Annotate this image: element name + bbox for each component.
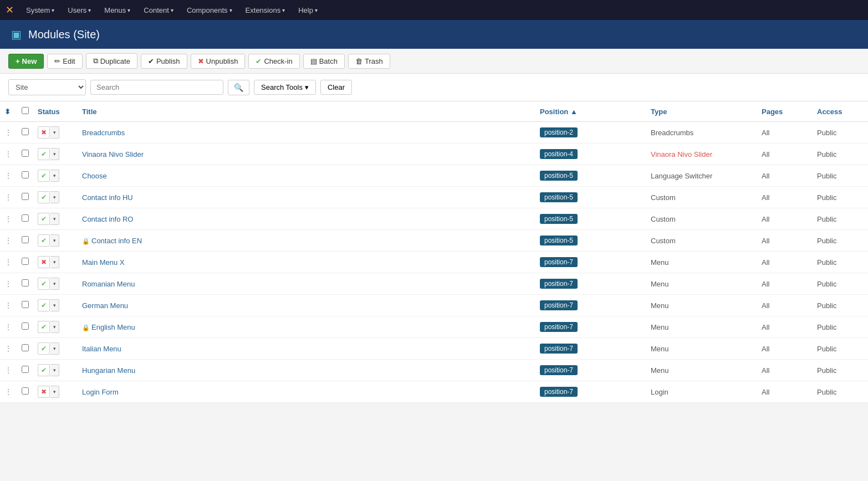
module-title-link[interactable]: English Menu xyxy=(91,323,135,331)
search-button[interactable]: 🔍 xyxy=(228,80,249,95)
status-published-icon[interactable]: ✔ xyxy=(38,191,50,203)
row-checkbox[interactable] xyxy=(22,258,29,265)
module-title-link[interactable]: Contact info HU xyxy=(82,193,133,202)
row-checkbox-cell[interactable] xyxy=(17,187,33,208)
status-unpublished-icon[interactable]: ✖ xyxy=(38,126,50,139)
batch-button[interactable]: ▤ Batch xyxy=(303,54,345,69)
status-published-icon[interactable]: ✔ xyxy=(38,342,50,355)
module-title-link[interactable]: Choose xyxy=(82,172,107,180)
row-checkbox[interactable] xyxy=(22,214,29,222)
nav-components[interactable]: Components ▾ xyxy=(181,3,238,18)
site-filter-select[interactable]: Site Administrator xyxy=(8,79,86,95)
status-published-icon[interactable]: ✔ xyxy=(38,148,50,160)
module-title-link[interactable]: Contact info RO xyxy=(82,215,134,223)
module-title-link[interactable]: Hungarian Menu xyxy=(82,366,135,375)
row-checkbox[interactable] xyxy=(22,323,29,330)
duplicate-button[interactable]: ⧉ Duplicate xyxy=(86,53,137,69)
status-unpublished-icon[interactable]: ✖ xyxy=(38,386,50,398)
col-position-header[interactable]: Position ▲ xyxy=(535,101,646,122)
nav-menus[interactable]: Menus ▾ xyxy=(99,3,136,18)
module-title-link[interactable]: Vinaora Nivo Slider xyxy=(82,150,144,158)
drag-handle-icon[interactable]: ⋮ xyxy=(4,171,12,180)
row-checkbox-cell[interactable] xyxy=(17,273,33,295)
status-dropdown-arrow[interactable]: ▾ xyxy=(50,126,59,139)
select-all-checkbox[interactable] xyxy=(22,107,29,114)
row-checkbox[interactable] xyxy=(22,193,29,200)
nav-users[interactable]: Users ▾ xyxy=(62,3,96,18)
status-dropdown-arrow[interactable]: ▾ xyxy=(50,256,59,268)
row-checkbox-cell[interactable] xyxy=(17,144,33,165)
row-checkbox[interactable] xyxy=(22,301,29,308)
drag-handle-icon[interactable]: ⋮ xyxy=(4,258,12,267)
status-dropdown-arrow[interactable]: ▾ xyxy=(50,213,59,225)
row-checkbox[interactable] xyxy=(22,387,29,395)
row-checkbox-cell[interactable] xyxy=(17,165,33,187)
status-published-icon[interactable]: ✔ xyxy=(38,321,50,333)
clear-button[interactable]: Clear xyxy=(320,80,352,95)
row-checkbox[interactable] xyxy=(22,344,29,351)
row-checkbox-cell[interactable] xyxy=(17,295,33,316)
drag-handle-icon[interactable]: ⋮ xyxy=(4,301,12,310)
module-title-link[interactable]: Breadcrumbs xyxy=(82,129,125,137)
drag-handle-icon[interactable]: ⋮ xyxy=(4,387,12,396)
drag-handle-icon[interactable]: ⋮ xyxy=(4,193,12,202)
status-dropdown-arrow[interactable]: ▾ xyxy=(50,191,59,203)
row-checkbox-cell[interactable] xyxy=(17,208,33,230)
status-dropdown-arrow[interactable]: ▾ xyxy=(50,299,59,311)
drag-handle-icon[interactable]: ⋮ xyxy=(4,344,12,353)
row-checkbox-cell[interactable] xyxy=(17,381,33,403)
module-title-link[interactable]: Romanian Menu xyxy=(82,280,135,288)
module-title-link[interactable]: Italian Menu xyxy=(82,345,121,353)
row-checkbox-cell[interactable] xyxy=(17,316,33,338)
module-title-link[interactable]: German Menu xyxy=(82,301,128,310)
drag-handle-icon[interactable]: ⋮ xyxy=(4,236,12,245)
checkin-button[interactable]: ✔ Check-in xyxy=(248,54,299,69)
status-dropdown-arrow[interactable]: ▾ xyxy=(50,148,59,160)
status-published-icon[interactable]: ✔ xyxy=(38,170,50,182)
drag-handle-icon[interactable]: ⋮ xyxy=(4,323,12,331)
status-published-icon[interactable]: ✔ xyxy=(38,234,50,247)
row-checkbox[interactable] xyxy=(22,128,29,135)
unpublish-button[interactable]: ✖ Unpublish xyxy=(191,54,246,69)
nav-system[interactable]: System ▾ xyxy=(21,3,60,18)
row-checkbox-cell[interactable] xyxy=(17,122,33,144)
col-check-all-header[interactable] xyxy=(17,101,33,122)
edit-button[interactable]: ✏ Edit xyxy=(47,54,82,69)
row-checkbox[interactable] xyxy=(22,171,29,178)
search-input[interactable] xyxy=(90,80,223,95)
nav-content[interactable]: Content ▾ xyxy=(138,3,179,18)
nav-help[interactable]: Help ▾ xyxy=(293,3,323,18)
row-checkbox[interactable] xyxy=(22,150,29,157)
status-dropdown-arrow[interactable]: ▾ xyxy=(50,364,59,376)
row-checkbox-cell[interactable] xyxy=(17,338,33,360)
row-checkbox-cell[interactable] xyxy=(17,252,33,273)
status-published-icon[interactable]: ✔ xyxy=(38,213,50,225)
drag-handle-icon[interactable]: ⋮ xyxy=(4,214,12,223)
new-button[interactable]: + New xyxy=(8,54,44,69)
row-checkbox-cell[interactable] xyxy=(17,360,33,381)
status-published-icon[interactable]: ✔ xyxy=(38,364,50,376)
search-tools-button[interactable]: Search Tools ▾ xyxy=(254,80,316,95)
status-dropdown-arrow[interactable]: ▾ xyxy=(50,234,59,247)
status-unpublished-icon[interactable]: ✖ xyxy=(38,256,50,268)
row-checkbox[interactable] xyxy=(22,236,29,243)
type-value[interactable]: Vinaora Nivo Slider xyxy=(651,150,712,158)
status-dropdown-arrow[interactable]: ▾ xyxy=(50,386,59,398)
module-title-link[interactable]: Contact info EN xyxy=(91,237,142,245)
status-published-icon[interactable]: ✔ xyxy=(38,278,50,290)
status-dropdown-arrow[interactable]: ▾ xyxy=(50,170,59,182)
status-dropdown-arrow[interactable]: ▾ xyxy=(50,342,59,355)
row-checkbox[interactable] xyxy=(22,279,29,286)
drag-handle-icon[interactable]: ⋮ xyxy=(4,128,12,137)
module-title-link[interactable]: Main Menu X xyxy=(82,258,125,267)
drag-handle-icon[interactable]: ⋮ xyxy=(4,150,12,158)
status-published-icon[interactable]: ✔ xyxy=(38,299,50,311)
module-title-link[interactable]: Login Form xyxy=(82,388,119,396)
status-dropdown-arrow[interactable]: ▾ xyxy=(50,321,59,333)
drag-handle-icon[interactable]: ⋮ xyxy=(4,279,12,288)
row-checkbox[interactable] xyxy=(22,366,29,373)
row-checkbox-cell[interactable] xyxy=(17,230,33,252)
publish-button[interactable]: ✔ Publish xyxy=(141,54,187,69)
trash-button[interactable]: 🗑 Trash xyxy=(348,54,390,69)
drag-handle-icon[interactable]: ⋮ xyxy=(4,366,12,375)
